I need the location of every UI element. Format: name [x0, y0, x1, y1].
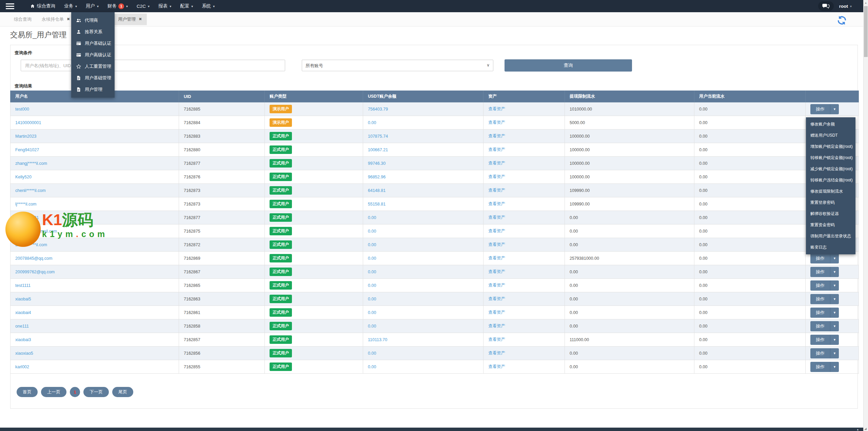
row-action-caret-icon[interactable]: ▼: [830, 280, 839, 291]
search-input[interactable]: [21, 60, 285, 71]
username-link[interactable]: xiaoxiao5: [15, 351, 33, 356]
usdt-balance-link[interactable]: 0.00: [368, 270, 376, 274]
username-link[interactable]: 200999762@qq.com: [15, 270, 55, 274]
user-menu-item-6[interactable]: 用户基础管理: [71, 72, 115, 84]
nav-item-menu-2[interactable]: 用户▾: [81, 0, 103, 12]
usdt-balance-link[interactable]: 0.00: [368, 283, 376, 288]
row-action-button[interactable]: 操作▼: [810, 104, 839, 114]
username-link[interactable]: Lichun*****il.com: [15, 242, 47, 247]
username-link[interactable]: Martin2023: [15, 134, 37, 139]
row-action-button[interactable]: 操作▼: [810, 267, 839, 277]
row-action-caret-icon[interactable]: ▼: [830, 308, 839, 318]
usdt-balance-link[interactable]: 96852.96: [368, 175, 386, 179]
nav-item-home[interactable]: 综合查询: [26, 0, 60, 12]
row-action-caret-icon[interactable]: ▼: [830, 348, 839, 358]
row-action-button[interactable]: 操作▼: [810, 321, 839, 331]
view-assets-link[interactable]: 查看资产: [488, 283, 505, 288]
scrollbar-thumb[interactable]: [864, 6, 868, 57]
user-menu-item-7[interactable]: 用户管理: [71, 84, 115, 95]
tab-1[interactable]: 综合查询: [9, 14, 37, 25]
view-assets-link[interactable]: 查看资产: [488, 337, 505, 342]
username-link[interactable]: chenli*****il.com: [15, 188, 46, 193]
view-assets-link[interactable]: 查看资产: [488, 229, 505, 233]
username-link[interactable]: Kelly520: [15, 175, 32, 179]
action-menu-item-12[interactable]: 账变日志: [806, 242, 855, 253]
action-menu-item-10[interactable]: 重置资金密码: [806, 219, 855, 231]
view-assets-link[interactable]: 查看资产: [488, 147, 505, 152]
row-action-caret-icon[interactable]: ▼: [830, 362, 839, 372]
tab-3[interactable]: 用户管理✖: [113, 14, 147, 25]
nav-item-menu-4[interactable]: C2C▾: [132, 0, 154, 12]
view-assets-link[interactable]: 查看资产: [488, 106, 505, 111]
username-link[interactable]: Feng941027: [15, 148, 39, 152]
view-assets-link[interactable]: 查看资产: [488, 120, 505, 125]
username-link[interactable]: karl002: [15, 365, 29, 369]
view-assets-link[interactable]: 查看资产: [488, 242, 505, 247]
nav-item-menu-6[interactable]: 配置▾: [176, 0, 197, 12]
scrollbar-up-arrow-icon[interactable]: ▲: [864, 0, 868, 5]
bottom-scroll-strip[interactable]: ▴: [0, 428, 863, 431]
row-action-button[interactable]: 操作▼: [810, 308, 839, 318]
username-link[interactable]: test1111: [15, 283, 31, 288]
view-assets-link[interactable]: 查看资产: [488, 188, 505, 193]
usdt-balance-link[interactable]: 107875.74: [368, 134, 388, 139]
username-link[interactable]: xiaobai5: [15, 297, 31, 301]
view-assets-link[interactable]: 查看资产: [488, 134, 505, 138]
action-menu-item-3[interactable]: 增加账户锁定金额(root): [806, 141, 855, 152]
view-assets-link[interactable]: 查看资产: [488, 324, 505, 328]
user-account-dropdown[interactable]: root ▾: [839, 4, 852, 9]
action-menu-item-4[interactable]: 转移账户锁定金额(root): [806, 152, 855, 163]
usdt-balance-link[interactable]: 0.00: [368, 229, 376, 234]
nav-item-menu-1[interactable]: 业务▾: [60, 0, 81, 12]
row-action-caret-icon[interactable]: ▼: [830, 321, 839, 331]
pagination-first-button[interactable]: 首页: [17, 387, 38, 397]
pagination-current-page[interactable]: 1: [70, 387, 80, 397]
row-action-button[interactable]: 操作▼: [810, 348, 839, 358]
vertical-scrollbar[interactable]: ▲ ◢: [863, 0, 868, 431]
username-link[interactable]: ng19880521: [15, 215, 39, 220]
usdt-balance-link[interactable]: 0.00: [368, 256, 376, 261]
username-link[interactable]: lj*****il.com: [15, 202, 37, 207]
pagination-next-button[interactable]: 下一页: [83, 387, 109, 397]
hamburger-menu-icon[interactable]: [0, 0, 20, 12]
view-assets-link[interactable]: 查看资产: [488, 201, 505, 206]
username-link[interactable]: xiaobai4: [15, 310, 31, 315]
row-action-button[interactable]: 操作▼: [810, 335, 839, 345]
row-action-caret-icon[interactable]: ▼: [830, 335, 839, 345]
usdt-balance-link[interactable]: 0.00: [368, 242, 376, 247]
row-action-caret-icon[interactable]: ▼: [830, 253, 839, 263]
row-action-caret-icon[interactable]: ▼: [830, 104, 839, 114]
usdt-balance-link[interactable]: 100667.21: [368, 148, 388, 152]
row-action-button[interactable]: 操作▼: [810, 294, 839, 304]
view-assets-link[interactable]: 查看资产: [488, 296, 505, 301]
view-assets-link[interactable]: 查看资产: [488, 215, 505, 220]
view-assets-link[interactable]: 查看资产: [488, 364, 505, 369]
view-assets-link[interactable]: 查看资产: [488, 269, 505, 274]
row-action-button[interactable]: 操作▼: [810, 253, 839, 263]
username-link[interactable]: one111: [15, 324, 29, 329]
pagination-last-button[interactable]: 尾页: [112, 387, 133, 397]
action-menu-item-8[interactable]: 重置登录密码: [806, 197, 855, 208]
usdt-balance-link[interactable]: 110113.70: [368, 337, 387, 342]
action-menu-item-2[interactable]: 赠送用户USDT: [806, 130, 855, 141]
user-menu-item-3[interactable]: 用户基础认证: [71, 38, 115, 49]
username-link[interactable]: zhangj*****il.com: [15, 161, 47, 166]
action-menu-item-6[interactable]: 转移账户冻结金额(root): [806, 175, 855, 186]
usdt-balance-link[interactable]: 0.00: [368, 215, 376, 220]
user-menu-item-1[interactable]: 代理商: [71, 15, 115, 26]
usdt-balance-link[interactable]: 99746.30: [368, 161, 386, 166]
row-action-caret-icon[interactable]: ▼: [830, 294, 839, 304]
action-menu-item-5[interactable]: 减少账户锁定金额(root): [806, 163, 855, 175]
user-menu-item-2[interactable]: 推荐关系: [71, 26, 115, 38]
usdt-balance-link[interactable]: 0.00: [368, 310, 376, 315]
usdt-balance-link[interactable]: 64148.81: [368, 188, 386, 193]
refresh-icon[interactable]: [837, 15, 847, 25]
tab-2[interactable]: 永续持仓单✖: [37, 14, 75, 25]
username-link[interactable]: Lixia9479@gmail.com: [15, 229, 57, 234]
usdt-balance-link[interactable]: 0.00: [368, 365, 376, 369]
close-icon[interactable]: ✖: [139, 17, 142, 21]
action-menu-item-1[interactable]: 修改账户余额: [806, 119, 855, 130]
row-action-button[interactable]: 操作▼: [810, 280, 839, 291]
action-menu-item-11[interactable]: 强制用户退出登录状态: [806, 231, 855, 242]
account-type-select[interactable]: 所有账号: [302, 60, 493, 71]
